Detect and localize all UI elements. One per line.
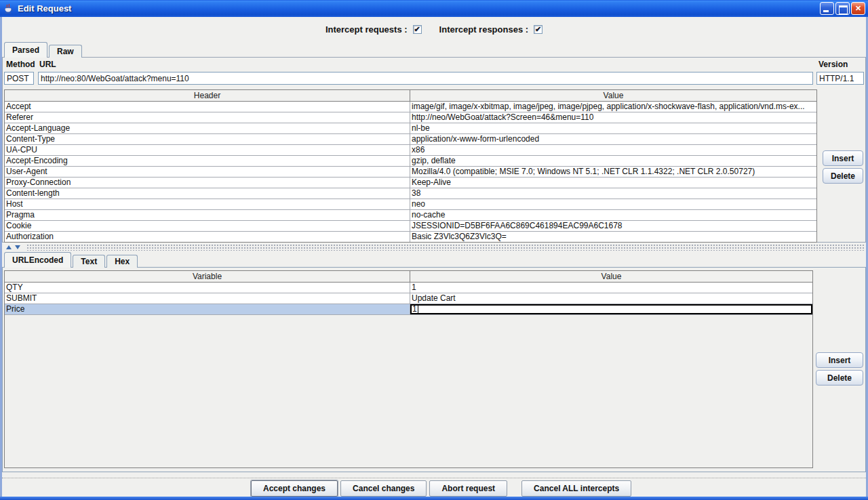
body-view-tabs: URLEncodedTextHex — [4, 252, 139, 268]
version-label: Version — [818, 60, 848, 69]
header-name-cell: Pragma — [5, 210, 410, 220]
headers-table-body: Acceptimage/gif, image/x-xbitmap, image/… — [5, 102, 816, 243]
param-row[interactable]: SUBMITUpdate Cart — [5, 293, 812, 304]
parsed-request-panel: Method URL Version Header Value Acceptim… — [2, 57, 866, 243]
tab-hex[interactable]: Hex — [106, 255, 138, 268]
window-border-bottom — [0, 497, 868, 500]
header-name-cell: Referer — [5, 112, 410, 123]
header-name-cell: Content-length — [5, 188, 410, 199]
header-row[interactable]: Accept-Languagenl-be — [5, 123, 816, 134]
header-value-cell: neo — [410, 199, 816, 209]
header-row[interactable]: AuthorizationBasic Z3Vlc3Q6Z3Vlc3Q= — [5, 232, 816, 243]
cancel-all-intercepts-button[interactable]: Cancel ALL intercepts — [521, 480, 631, 497]
intercept-requests-label: Intercept requests : — [326, 24, 408, 35]
method-field[interactable] — [4, 72, 34, 85]
tab-parsed[interactable]: Parsed — [4, 42, 47, 58]
accept-changes-button[interactable]: Accept changes — [251, 480, 338, 497]
header-row[interactable]: Content-length38 — [5, 188, 816, 199]
footer-actions: Accept changesCancel changesAbort reques… — [251, 480, 631, 497]
params-table: Variable Value QTY1SUBMITUpdate CartPric… — [4, 270, 813, 468]
header-value-cell: no-cache — [410, 210, 816, 220]
header-name-cell: User-Agent — [5, 167, 410, 177]
split-pane-divider[interactable] — [2, 243, 866, 252]
header-value-cell: nl-be — [410, 123, 816, 133]
header-name-cell: UA-CPU — [5, 145, 410, 155]
java-cup-icon — [3, 3, 14, 14]
header-name-cell: Accept — [5, 102, 410, 112]
param-variable-cell: SUBMIT — [5, 293, 410, 304]
url-label: URL — [39, 60, 56, 69]
header-value-cell: application/x-www-form-urlencoded — [410, 134, 816, 144]
version-field[interactable] — [816, 72, 864, 85]
headers-table: Header Value Acceptimage/gif, image/x-xb… — [4, 89, 817, 243]
window-controls: ✕ — [820, 2, 865, 15]
maximize-button[interactable] — [835, 2, 850, 15]
intercept-responses-group: Intercept responses : ✔ — [439, 24, 543, 35]
intercept-responses-checkbox[interactable]: ✔ — [534, 25, 542, 34]
param-value-cell: 1 — [410, 283, 812, 293]
param-value-cell[interactable]: 1 — [410, 304, 812, 314]
method-label: Method — [6, 60, 35, 69]
request-view-tabs: ParsedRaw — [4, 42, 83, 58]
param-value-cell: Update Cart — [410, 293, 812, 304]
headers-delete-button[interactable]: Delete — [823, 168, 863, 184]
header-row[interactable]: CookieJSESSIONID=D5BF6FAA6C869C461894EAC… — [5, 221, 816, 232]
header-row[interactable]: Pragmano-cache — [5, 210, 816, 221]
cancel-changes-button[interactable]: Cancel changes — [340, 480, 427, 497]
minimize-button[interactable] — [820, 2, 834, 15]
header-row[interactable]: Content-Typeapplication/x-www-form-urlen… — [5, 134, 816, 145]
header-name-cell: Cookie — [5, 221, 410, 231]
intercept-requests-group: Intercept requests : ✔ — [326, 24, 422, 35]
param-variable-cell: Price — [5, 304, 410, 314]
intercept-requests-checkbox[interactable]: ✔ — [413, 25, 422, 34]
footer-separator — [2, 478, 866, 478]
params-delete-button[interactable]: Delete — [816, 370, 863, 386]
urlencoded-body-panel: Variable Value QTY1SUBMITUpdate CartPric… — [2, 267, 866, 472]
header-row[interactable]: UA-CPUx86 — [5, 145, 816, 156]
abort-request-button[interactable]: Abort request — [429, 480, 507, 497]
intercept-responses-label: Intercept responses : — [439, 24, 529, 35]
headers-table-header: Header Value — [5, 90, 816, 102]
value-column-header[interactable]: Value — [410, 90, 816, 101]
tab-urlencoded[interactable]: URLEncoded — [4, 252, 71, 268]
collapse-down-icon[interactable] — [15, 245, 20, 249]
header-value-cell: JSESSIONID=D5BF6FAA6C869C461894EAC99A6C1… — [410, 221, 816, 231]
header-name-cell: Accept-Encoding — [5, 156, 410, 166]
window-title: Edit Request — [18, 3, 71, 14]
url-field[interactable] — [38, 72, 813, 85]
param-value-column-header[interactable]: Value — [410, 271, 812, 282]
header-column-header[interactable]: Header — [5, 90, 410, 101]
header-row[interactable]: Accept-Encodinggzip, deflate — [5, 156, 816, 167]
header-row[interactable]: Acceptimage/gif, image/x-xbitmap, image/… — [5, 102, 816, 112]
variable-column-header[interactable]: Variable — [5, 271, 410, 282]
header-value-cell: http://neo/WebGoat/attack?Screen=46&menu… — [410, 112, 816, 123]
param-row[interactable]: QTY1 — [5, 283, 812, 293]
titlebar[interactable]: Edit Request ✕ — [0, 0, 868, 17]
headers-insert-button[interactable]: Insert — [823, 150, 863, 166]
header-value-cell: 38 — [410, 188, 816, 199]
param-row[interactable]: Price1 — [5, 304, 812, 315]
header-value-cell: image/gif, image/x-xbitmap, image/jpeg, … — [410, 102, 816, 112]
tab-raw[interactable]: Raw — [49, 45, 82, 58]
header-value-cell: Mozilla/4.0 (compatible; MSIE 7.0; Windo… — [410, 167, 816, 177]
intercept-options-row: Intercept requests : ✔ Intercept respons… — [0, 23, 868, 35]
close-button[interactable]: ✕ — [851, 2, 865, 15]
header-row[interactable]: Hostneo — [5, 199, 816, 210]
header-value-cell: x86 — [410, 145, 816, 155]
collapse-up-icon[interactable] — [6, 245, 12, 249]
edit-request-window: Edit Request ✕ Intercept requests : ✔ In… — [0, 0, 868, 500]
param-variable-cell: QTY — [5, 283, 410, 293]
header-row[interactable]: User-AgentMozilla/4.0 (compatible; MSIE … — [5, 167, 816, 178]
params-table-header: Variable Value — [5, 271, 812, 283]
header-name-cell: Proxy-Connection — [5, 178, 410, 188]
tab-text[interactable]: Text — [73, 255, 105, 268]
header-value-cell: gzip, deflate — [410, 156, 816, 166]
header-value-cell: Basic Z3Vlc3Q6Z3Vlc3Q= — [410, 232, 816, 242]
header-row[interactable]: Refererhttp://neo/WebGoat/attack?Screen=… — [5, 112, 816, 123]
text-caret — [418, 306, 418, 313]
window-border-left — [0, 17, 2, 497]
header-name-cell: Accept-Language — [5, 123, 410, 133]
params-insert-button[interactable]: Insert — [816, 352, 863, 368]
header-row[interactable]: Proxy-ConnectionKeep-Alive — [5, 178, 816, 188]
params-table-body: QTY1SUBMITUpdate CartPrice1 — [5, 283, 812, 315]
